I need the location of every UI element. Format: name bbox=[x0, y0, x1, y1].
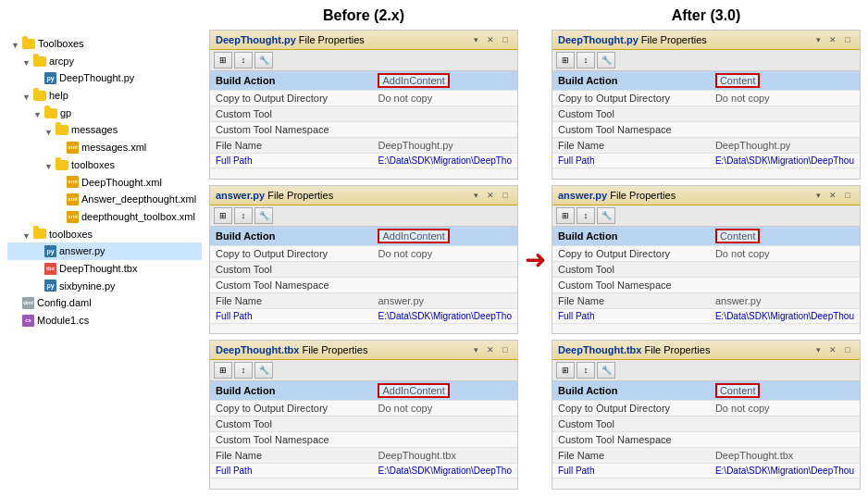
prop-value bbox=[372, 432, 517, 448]
tree-item[interactable]: pyDeepThought.py bbox=[7, 69, 202, 87]
header-icon-btn[interactable]: □ bbox=[841, 343, 854, 356]
folder-icon bbox=[22, 39, 35, 49]
prop-value: AddInContent bbox=[372, 381, 517, 401]
header-icon-btn[interactable]: ▾ bbox=[812, 33, 825, 46]
prop-value-outlined: AddInContent bbox=[378, 73, 449, 88]
tree-item[interactable]: pyanswer.py bbox=[7, 242, 202, 260]
table-row: Full PathE:\Data\SDK\Migration\DeepThou bbox=[552, 464, 860, 478]
toolbar-btn[interactable]: ⊞ bbox=[556, 207, 575, 224]
tree-item[interactable]: xmlmessages.xml bbox=[7, 139, 202, 156]
prop-label: Build Action bbox=[210, 71, 372, 91]
tree-item[interactable]: xmldeepthought_toolbox.xml bbox=[7, 208, 202, 226]
header-icons: ▾✕□ bbox=[469, 189, 512, 202]
toolbar-btn[interactable]: ↕ bbox=[234, 362, 253, 379]
header-icon-btn[interactable]: ✕ bbox=[484, 343, 497, 356]
prop-value: E:\Data\SDK\Migration\DeepThou bbox=[710, 154, 860, 168]
header-icon-btn[interactable]: □ bbox=[499, 33, 512, 46]
toolbar-btn[interactable]: ↕ bbox=[234, 207, 253, 224]
header-icon-btn[interactable]: □ bbox=[499, 189, 512, 202]
table-row: Custom Tool bbox=[210, 261, 517, 277]
tree-item[interactable]: ▼arcpy bbox=[7, 53, 202, 70]
header-icon-btn[interactable]: □ bbox=[499, 343, 512, 356]
tree-item[interactable]: xmlDeepThought.xml bbox=[7, 174, 202, 192]
toolbar-btn[interactable]: ↕ bbox=[577, 52, 595, 68]
toolbar-btn[interactable]: 🔧 bbox=[597, 52, 615, 68]
cs-icon: cs bbox=[22, 315, 34, 327]
header-icon-btn[interactable]: □ bbox=[841, 33, 854, 46]
xml-icon: xml bbox=[67, 176, 79, 188]
prop-value: AddInContent bbox=[372, 227, 517, 246]
table-row: Copy to Output DirectoryDo not copy bbox=[552, 401, 860, 416]
table-row: Custom Tool bbox=[552, 416, 860, 432]
toolbar-btn[interactable]: ↕ bbox=[577, 362, 595, 379]
header-icon-btn[interactable]: ✕ bbox=[826, 189, 839, 202]
table-row: Custom Tool bbox=[552, 106, 860, 122]
prop-value: Do not copy bbox=[372, 245, 517, 261]
expand-icon bbox=[33, 264, 43, 273]
header-icon-btn[interactable]: ✕ bbox=[484, 189, 497, 202]
toolbar-btn[interactable]: ⊞ bbox=[556, 52, 575, 68]
toolbar-btn[interactable]: ↕ bbox=[234, 52, 253, 68]
props-toolbar: ⊞↕🔧 bbox=[552, 50, 860, 71]
toolbar-btn[interactable]: 🔧 bbox=[597, 362, 615, 379]
prop-label: Build Action bbox=[552, 381, 710, 401]
prop-label: Custom Tool Namespace bbox=[552, 122, 710, 138]
table-row: Copy to Output DirectoryDo not copy bbox=[210, 91, 517, 106]
tree-item[interactable]: pysixbynine.py bbox=[7, 278, 202, 295]
prop-value bbox=[710, 261, 860, 277]
tree-item-label: messages.xml bbox=[81, 139, 146, 156]
py-icon: py bbox=[44, 280, 56, 292]
header-icon-btn[interactable]: ▾ bbox=[469, 33, 482, 46]
xml-icon: xml bbox=[67, 142, 79, 154]
toolbar-btn[interactable]: 🔧 bbox=[597, 207, 615, 224]
props-filename: answer.py bbox=[216, 190, 265, 201]
toolbar-btn[interactable]: 🔧 bbox=[254, 362, 273, 379]
table-row: Copy to Output DirectoryDo not copy bbox=[210, 401, 517, 416]
header-icon-btn[interactable]: ✕ bbox=[484, 33, 497, 46]
toolbar-btn[interactable]: ⊞ bbox=[214, 362, 232, 379]
after-col: DeepThought.py File Properties▾✕□⊞↕🔧Buil… bbox=[552, 30, 861, 490]
tree-item[interactable]: xmlAnswer_deepthought.xml bbox=[7, 191, 202, 208]
tree-item[interactable]: csModule1.cs bbox=[7, 312, 202, 329]
header-icon-btn[interactable]: □ bbox=[841, 189, 854, 202]
toolbar-btn[interactable]: ⊞ bbox=[214, 207, 232, 224]
table-row: File NameDeepThought.tbx bbox=[210, 448, 517, 464]
table-row: Custom Tool bbox=[552, 261, 860, 277]
header-icon-btn[interactable]: ▾ bbox=[469, 343, 482, 356]
tree-item[interactable]: ▼Toolboxes bbox=[7, 35, 202, 53]
prop-value bbox=[372, 106, 517, 122]
props-filename: answer.py bbox=[558, 190, 607, 201]
tree-item[interactable]: ▼gp bbox=[7, 105, 202, 122]
tree-item[interactable]: ▼messages bbox=[7, 121, 202, 139]
toolbar-btn[interactable]: ↕ bbox=[577, 207, 595, 224]
tree-item-label: DeepThought.xml bbox=[81, 174, 162, 192]
toolbar-btn[interactable]: 🔧 bbox=[254, 207, 273, 224]
table-row: Custom Tool Namespace bbox=[210, 122, 517, 138]
tree-item[interactable]: tbxDeepThought.tbx bbox=[7, 260, 202, 278]
table-row: Build ActionContent bbox=[552, 227, 860, 246]
toolbar-btn[interactable]: ⊞ bbox=[214, 52, 232, 68]
table-row: Custom Tool Namespace bbox=[552, 277, 860, 292]
tree-item[interactable]: dmlConfig.daml bbox=[7, 294, 202, 312]
header-icon-btn[interactable]: ▾ bbox=[812, 343, 825, 356]
header-icon-btn[interactable]: ✕ bbox=[826, 33, 839, 46]
header-icon-btn[interactable]: ✕ bbox=[826, 343, 839, 356]
mid-arrow: ➜ bbox=[518, 30, 552, 490]
tree-item[interactable]: ▼toolboxes bbox=[7, 226, 202, 243]
props-filename: DeepThought.py bbox=[216, 34, 296, 45]
prop-label: Copy to Output Directory bbox=[210, 245, 372, 261]
before-col: DeepThought.py File Properties▾✕□⊞↕🔧Buil… bbox=[209, 30, 518, 490]
toolbar-btn[interactable]: 🔧 bbox=[254, 52, 273, 68]
table-row: Custom Tool Namespace bbox=[552, 122, 860, 138]
tree-item[interactable]: ▼help bbox=[7, 87, 202, 105]
tree-item[interactable]: ▼toolboxes bbox=[7, 156, 202, 174]
toolbar-btn[interactable]: ⊞ bbox=[556, 362, 575, 379]
before-panel-wrapper: DeepThought.py File Properties▾✕□⊞↕🔧Buil… bbox=[209, 30, 518, 180]
prop-value-outlined: Content bbox=[715, 229, 761, 243]
header-icon-btn[interactable]: ▾ bbox=[812, 189, 825, 202]
props-toolbar: ⊞↕🔧 bbox=[210, 50, 517, 71]
tree-item-label: DeepThought.py bbox=[59, 69, 134, 87]
header-icon-btn[interactable]: ▾ bbox=[469, 189, 482, 202]
main-container: ▼Toolboxes▼arcpy pyDeepThought.py▼help▼g… bbox=[0, 0, 868, 497]
prop-value bbox=[372, 261, 517, 277]
